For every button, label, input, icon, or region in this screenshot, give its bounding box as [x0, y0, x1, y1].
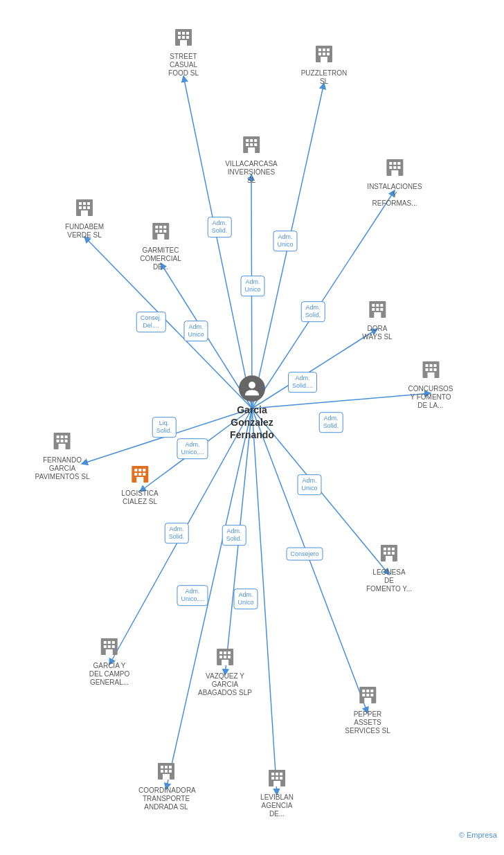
svg-rect-28 — [327, 48, 330, 51]
svg-rect-101 — [384, 552, 386, 555]
company-node-dora_ways[interactable]: DORA WAYS SL — [362, 298, 392, 341]
role-badge-b16[interactable]: Adm. Unico — [233, 588, 258, 609]
svg-rect-53 — [79, 206, 82, 209]
svg-rect-85 — [57, 440, 60, 442]
role-badge-label: Adm. Solid. — [222, 525, 246, 546]
role-badge-label: Adm. Solid. — [208, 217, 232, 237]
role-badge-b12[interactable]: Adm. Solid. — [222, 525, 246, 546]
role-badge-b1[interactable]: Adm. Solid. — [208, 217, 232, 237]
svg-rect-143 — [280, 777, 282, 780]
company-node-leonesa[interactable]: LEONESA DE FOMENTO Y... — [366, 542, 412, 593]
svg-rect-144 — [273, 781, 280, 786]
role-badge-label: Adm. Solid. — [165, 523, 189, 543]
svg-rect-122 — [362, 690, 365, 692]
svg-rect-99 — [388, 548, 390, 550]
center-person-node[interactable]: Garcia Gonzalez Fernando — [224, 375, 280, 442]
svg-rect-82 — [57, 435, 60, 438]
company-node-coordinadora[interactable]: COORDINADORA TRANSPORTE ANDRADA SL — [138, 760, 194, 811]
building-icon — [52, 430, 73, 454]
company-label: DORA WAYS SL — [362, 325, 392, 341]
role-badge-b4[interactable]: Consej. Del.... — [136, 312, 166, 332]
svg-rect-117 — [219, 656, 222, 658]
svg-rect-123 — [366, 690, 369, 692]
svg-rect-68 — [380, 304, 383, 307]
company-label: PUZZLETRON SL — [296, 69, 352, 86]
role-badge-label: Adm. Unico — [240, 276, 264, 296]
role-badge-b9[interactable]: Liq. Solid. — [152, 417, 177, 438]
company-node-vazquez[interactable]: VAZQUEZ Y GARCIA ABAGADOS SLP — [198, 646, 252, 697]
company-node-villacarcasa[interactable]: VILLACARCASA INVERSIONES SL — [225, 134, 278, 185]
role-badge-b8[interactable]: Adm. Solid. — [319, 412, 343, 433]
svg-rect-42 — [389, 162, 392, 165]
building-icon — [384, 156, 405, 181]
svg-rect-62 — [159, 230, 162, 233]
svg-rect-67 — [376, 304, 379, 307]
svg-rect-78 — [429, 368, 432, 371]
svg-rect-88 — [59, 444, 66, 449]
svg-rect-127 — [370, 694, 373, 696]
svg-rect-26 — [318, 48, 321, 51]
svg-rect-64 — [157, 234, 164, 240]
company-node-street_casual[interactable]: STREET CASUAL FOOD SL — [168, 26, 199, 78]
company-node-leviblan[interactable]: LEVIBLAN AGENCIA DE... — [260, 767, 294, 818]
company-node-fundabem[interactable]: FUNDABEM VERDE SL — [65, 197, 104, 240]
svg-rect-48 — [391, 170, 398, 176]
company-label: STREET CASUAL FOOD SL — [168, 53, 199, 78]
building-icon — [241, 134, 262, 158]
company-node-concursos[interactable]: CONCURSOS Y FOMENTO DE LA... — [408, 359, 453, 410]
company-node-fernando_garcia[interactable]: FERNANDO GARCIA PAVIMENTOS SL — [35, 430, 90, 481]
svg-rect-63 — [163, 230, 166, 233]
svg-rect-87 — [65, 440, 68, 442]
role-badge-b15[interactable]: Adm. Unico,... — [177, 585, 208, 606]
role-badge-b14[interactable]: Consejero — [286, 548, 323, 561]
role-badge-b13[interactable]: Adm. Unico — [297, 474, 321, 495]
role-badge-b5[interactable]: Adm. Unico — [183, 321, 208, 341]
svg-point-145 — [249, 381, 255, 388]
role-badge-label: Liq. Solid. — [152, 417, 177, 438]
company-node-puzzletron[interactable]: PUZZLETRON SL — [296, 43, 352, 86]
svg-rect-90 — [134, 469, 137, 471]
building-icon — [215, 646, 235, 670]
svg-rect-71 — [380, 308, 383, 311]
role-badge-label: Consej. Del.... — [136, 312, 166, 332]
role-badge-label: Adm. Unico — [297, 474, 321, 495]
company-node-logistica[interactable]: LOGISTICA CIALEZ SL — [121, 463, 158, 506]
svg-rect-74 — [425, 364, 428, 367]
svg-rect-110 — [108, 645, 111, 648]
role-badge-label: Adm. Unico,... — [177, 585, 208, 606]
company-node-garcia_campo[interactable]: GARCIA Y DEL CAMPO GENERAL... — [89, 636, 130, 687]
svg-rect-47 — [397, 166, 400, 169]
svg-rect-132 — [169, 766, 172, 768]
company-node-garmitec[interactable]: GARMITEC COMERCIAL DE... — [140, 220, 181, 271]
svg-rect-130 — [161, 766, 163, 768]
company-label: INSTALACIONES Y REFORMAS... — [367, 183, 422, 208]
role-badge-b2[interactable]: Adm. Unico — [273, 231, 297, 251]
svg-rect-70 — [376, 308, 379, 311]
building-icon — [420, 359, 441, 383]
watermark: © Empresa — [459, 831, 497, 839]
role-badge-label: Adm. Solid. — [319, 412, 343, 433]
building-icon — [379, 542, 399, 566]
building-icon — [129, 463, 150, 487]
svg-rect-111 — [112, 645, 115, 648]
role-badge-b6[interactable]: Adm. Solid. — [301, 301, 325, 322]
svg-rect-106 — [104, 641, 107, 644]
company-label: GARMITEC COMERCIAL DE... — [140, 246, 181, 271]
svg-rect-51 — [83, 202, 86, 205]
svg-rect-92 — [143, 469, 145, 471]
company-node-instalaciones[interactable]: INSTALACIONES Y REFORMAS... — [367, 156, 422, 208]
svg-rect-102 — [388, 552, 390, 555]
role-badge-b10[interactable]: Adm. Unico,... — [177, 438, 208, 459]
building-icon — [367, 298, 388, 323]
role-badge-b11[interactable]: Adm. Solid. — [165, 523, 189, 543]
svg-rect-50 — [79, 202, 82, 205]
svg-line-1 — [183, 76, 252, 408]
role-badge-b3[interactable]: Adm. Unico — [240, 276, 264, 296]
svg-rect-131 — [165, 766, 168, 768]
svg-rect-55 — [87, 206, 90, 209]
company-node-pepper[interactable]: PEPPER ASSETS SERVICES SL — [345, 684, 390, 735]
svg-rect-109 — [104, 645, 107, 648]
svg-rect-18 — [178, 32, 181, 35]
company-label: FUNDABEM VERDE SL — [65, 223, 104, 240]
role-badge-b7[interactable]: Adm. Solid.... — [288, 372, 317, 393]
